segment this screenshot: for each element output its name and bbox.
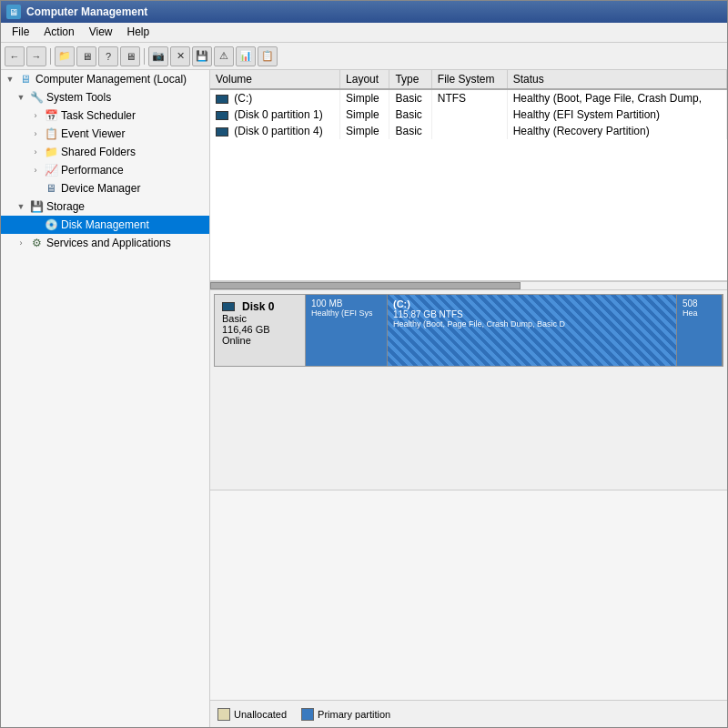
horizontal-scrollbar[interactable] [210, 281, 727, 290]
computer-management-window: 🖥 Computer Management File Action View H… [0, 0, 728, 728]
warning-button[interactable]: ⚠ [214, 46, 234, 66]
services-expand: › [15, 238, 26, 248]
system-status: Healthy (Boot, Page File, Crash Dump, Ba… [393, 319, 671, 329]
device-expand [30, 183, 41, 194]
legend-primary: Primary partition [301, 708, 390, 721]
vol-icon-0 [216, 95, 228, 104]
toolbar-sep-1 [50, 48, 51, 65]
disk-label: Disk Management [61, 218, 149, 231]
folder-button[interactable]: 📁 [55, 46, 75, 66]
shared-label: Shared Folders [61, 146, 136, 158]
menu-file[interactable]: File [5, 25, 36, 40]
cell-status-1: Healthy (EFI System Partition) [507, 106, 726, 123]
cell-fs-2 [431, 123, 507, 139]
col-status[interactable]: Status [507, 70, 726, 89]
volume-list-panel: Volume Layout Type File System Status (C… [210, 70, 727, 281]
event-icon: 📋 [44, 126, 58, 141]
camera-button[interactable]: 📷 [148, 46, 168, 66]
sidebar-root[interactable]: ▼ 🖥 Computer Management (Local) [1, 70, 209, 88]
legend-unallocated: Unallocated [217, 708, 287, 721]
vol-icon-1 [216, 111, 228, 120]
monitor-button[interactable]: 🖥 [120, 46, 140, 66]
primary-swatch [301, 708, 314, 721]
disk-size-0: 116,46 GB [222, 324, 298, 335]
delete-button[interactable]: ✕ [170, 46, 190, 66]
cell-status-0: Healthy (Boot, Page File, Crash Dump, [507, 89, 726, 106]
col-layout[interactable]: Layout [340, 70, 389, 89]
partition-efi[interactable]: 100 MB Healthy (EFI Sys [306, 295, 388, 366]
sidebar-item-event-viewer[interactable]: › 📋 Event Viewer [1, 125, 209, 143]
partition-recovery[interactable]: 508 Hea [677, 295, 723, 366]
sidebar: ▼ 🖥 Computer Management (Local) ▼ 🔧 Syst… [1, 70, 210, 727]
sidebar-item-device-manager[interactable]: 🖥 Device Manager [1, 179, 209, 197]
bottom-legend: Unallocated Primary partition [210, 700, 727, 727]
volume-table: Volume Layout Type File System Status (C… [210, 70, 727, 139]
help-button[interactable]: ? [98, 46, 118, 66]
sidebar-item-services[interactable]: › ⚙ Services and Applications [1, 234, 209, 252]
col-fs[interactable]: File System [431, 70, 507, 89]
services-label: Services and Applications [46, 237, 171, 249]
menu-action[interactable]: Action [36, 25, 81, 40]
toolbar: ← → 📁 🖥 ? 🖥 📷 ✕ 💾 ⚠ 📊 📋 [1, 43, 727, 70]
system-tools-label: System Tools [46, 91, 111, 104]
storage-icon: 💾 [29, 199, 44, 214]
storage-label: Storage [46, 200, 85, 213]
sidebar-item-performance[interactable]: › 📈 Performance [1, 161, 209, 179]
sidebar-item-task-scheduler[interactable]: › 📅 Task Scheduler [1, 106, 209, 125]
efi-status: Healthy (EFI Sys [311, 308, 381, 318]
scrollbar-thumb[interactable] [210, 282, 521, 289]
table-row[interactable]: (C:) Simple Basic NTFS Healthy (Boot, Pa… [210, 89, 727, 106]
computer-button[interactable]: 🖥 [76, 46, 96, 66]
system-name: (C:) [393, 298, 671, 309]
sidebar-item-storage[interactable]: ▼ 💾 Storage [1, 197, 209, 216]
disk-partitions-0: 100 MB Healthy (EFI Sys (C:) 115,87 GB N… [306, 295, 723, 366]
disk-icon-0 [222, 302, 235, 311]
cell-layout-2: Simple [340, 123, 389, 139]
disk-status-0: Online [222, 335, 298, 346]
shared-icon: 📁 [44, 145, 58, 159]
cell-volume-2: (Disk 0 partition 4) [210, 123, 340, 139]
disk-label-0: Disk 0 Basic 116,46 GB Online [215, 295, 306, 366]
cell-volume-1: (Disk 0 partition 1) [210, 106, 340, 123]
perf-label: Performance [61, 164, 124, 177]
device-label: Device Manager [61, 182, 140, 195]
cell-status-2: Healthy (Recovery Partition) [507, 123, 726, 139]
table-row[interactable]: (Disk 0 partition 1) Simple Basic Health… [210, 106, 727, 123]
system-tools-icon: 🔧 [29, 90, 44, 105]
root-icon: 🖥 [18, 72, 33, 86]
disk-row-0: Disk 0 Basic 116,46 GB Online 100 MB Hea… [214, 294, 723, 367]
perf-icon: 📈 [44, 163, 58, 177]
event-expand: › [30, 128, 41, 139]
root-expand-icon: ▼ [5, 74, 15, 85]
col-volume[interactable]: Volume [210, 70, 340, 89]
cell-type-1: Basic [389, 106, 431, 123]
cell-fs-1 [431, 106, 507, 123]
sidebar-item-disk-management[interactable]: 💿 Disk Management [1, 216, 209, 234]
menu-help[interactable]: Help [120, 25, 157, 40]
efi-size: 100 MB [311, 298, 381, 308]
partition-system[interactable]: (C:) 115,87 GB NTFS Healthy (Boot, Page … [388, 295, 677, 366]
chart-button[interactable]: 📊 [236, 46, 256, 66]
event-label: Event Viewer [61, 127, 125, 140]
sidebar-item-system-tools[interactable]: ▼ 🔧 System Tools [1, 88, 209, 106]
col-type[interactable]: Type [389, 70, 431, 89]
back-button[interactable]: ← [5, 46, 25, 66]
list-button[interactable]: 📋 [258, 46, 278, 66]
cell-type-0: Basic [389, 89, 431, 106]
disk-expand [30, 219, 41, 230]
menu-view[interactable]: View [82, 25, 120, 40]
vol-icon-2 [216, 127, 228, 136]
sidebar-item-shared-folders[interactable]: › 📁 Shared Folders [1, 143, 209, 161]
menu-bar: File Action View Help [1, 23, 727, 43]
window-title: Computer Management [26, 5, 147, 18]
unallocated-label: Unallocated [234, 709, 287, 720]
forward-button[interactable]: → [26, 46, 46, 66]
root-label: Computer Management (Local) [35, 73, 187, 86]
disk-type-0: Basic [222, 313, 298, 324]
system-size: 115,87 GB NTFS [393, 309, 671, 319]
disk-graphic-panel: Disk 0 Basic 116,46 GB Online 100 MB Hea… [210, 290, 727, 490]
task-icon: 📅 [44, 108, 58, 123]
table-row[interactable]: (Disk 0 partition 4) Simple Basic Health… [210, 123, 727, 139]
storage-expand: ▼ [15, 201, 26, 212]
save-button[interactable]: 💾 [192, 46, 212, 66]
